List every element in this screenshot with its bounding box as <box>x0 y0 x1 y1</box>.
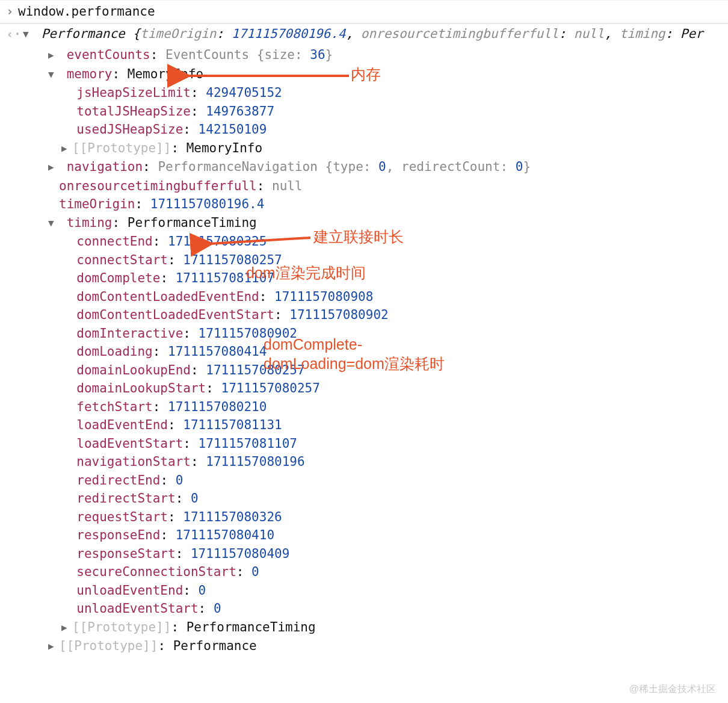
key-jsheapsizelimit: jsHeapSizeLimit <box>76 85 191 100</box>
summary-onres: null <box>574 26 605 41</box>
annotation-domcomplete: dom渲染完成时间 <box>246 264 366 282</box>
expand-toggle[interactable] <box>23 25 32 44</box>
arrow-icon <box>180 71 349 83</box>
console-result-row: ‹· Performance {timeOrigin: 171115708019… <box>0 23 728 45</box>
key-timeorigin: timeOrigin <box>59 197 135 211</box>
expand-toggle[interactable] <box>48 46 58 65</box>
expand-toggle[interactable] <box>48 637 58 656</box>
summary-timing: Per <box>680 26 703 41</box>
return-icon: ‹· <box>6 25 18 44</box>
annotation-memory: 内存 <box>351 65 381 84</box>
result-class: Performance <box>42 26 125 41</box>
key-memory: memory <box>67 67 113 81</box>
key-eventcounts: eventCounts <box>67 48 150 62</box>
svg-line-1 <box>209 238 310 244</box>
key-navigation: navigation <box>67 159 143 174</box>
key-timing: timing <box>67 215 113 230</box>
watermark: @稀土掘金技术社区 <box>629 680 716 699</box>
console-input-row: › window.performance <box>0 0 728 23</box>
expand-toggle[interactable] <box>61 140 71 158</box>
prompt-icon: › <box>6 2 18 21</box>
summary-timeorigin: 1711157080196.4 <box>232 26 346 41</box>
result-tree: eventCounts: EventCounts {size: 36} memo… <box>0 46 728 656</box>
arrow-icon <box>203 235 312 247</box>
expand-toggle[interactable] <box>48 214 58 233</box>
key-usedjsheapsize: usedJSHeapSize <box>76 122 183 137</box>
key-onres: onresourcetimingbufferfull <box>59 179 257 193</box>
expand-toggle[interactable] <box>48 158 58 177</box>
expand-toggle[interactable] <box>61 619 71 637</box>
annotation-domcalc-line1: domComplete- <box>264 335 362 354</box>
annotation-domcalc-line2: domLoading=dom渲染耗时 <box>264 355 445 373</box>
key-totaljsheapsize: totalJSHeapSize <box>76 104 191 119</box>
console-command: window.performance <box>18 2 155 21</box>
expand-toggle[interactable] <box>48 66 58 84</box>
annotation-connect: 建立联接时长 <box>313 228 404 246</box>
